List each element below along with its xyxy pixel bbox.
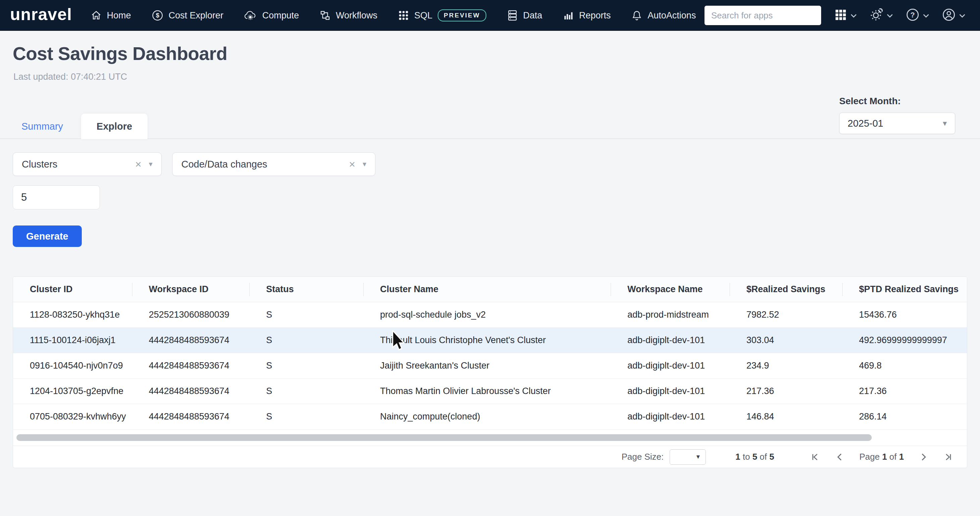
svg-text:?: ?: [910, 11, 915, 19]
last-updated-text: Last updated: 07:40:21 UTC: [13, 72, 980, 82]
clear-icon[interactable]: ×: [135, 159, 142, 170]
manage-tools-menu[interactable]: [869, 8, 893, 23]
nav-item-reports[interactable]: Reports: [563, 10, 611, 21]
search-input[interactable]: [705, 6, 821, 25]
table-row[interactable]: 1204-103705-g2epvfne 4442848488593674 S …: [13, 379, 967, 404]
user-icon: [942, 8, 956, 23]
sql-grid-icon: [398, 10, 409, 21]
dimension-select[interactable]: Clusters × ▾: [13, 152, 162, 176]
chevron-down-icon: [959, 12, 965, 19]
row-count-input[interactable]: [13, 185, 100, 210]
horizontal-scrollbar: [13, 430, 967, 446]
preview-badge: PREVIEW: [438, 10, 486, 21]
nav-items: Home $ Cost Explorer Compute Workflows S…: [91, 10, 696, 21]
insight-type-select[interactable]: Code/Data changes × ▾: [172, 152, 375, 176]
results-table: Cluster ID Workspace ID Status Cluster N…: [13, 276, 967, 468]
caret-down-icon: ▾: [943, 119, 947, 128]
table-header-row: Cluster ID Workspace ID Status Cluster N…: [13, 277, 967, 302]
scrollbar-thumb[interactable]: [16, 434, 872, 441]
table-row[interactable]: 1128-083250-ykhq31e 2525213060880039 S p…: [13, 302, 967, 328]
nav-item-cost-explorer[interactable]: $ Cost Explorer: [152, 10, 224, 21]
first-page-icon[interactable]: [811, 452, 819, 461]
top-nav-bar: unravel Home $ Cost Explorer Compute Wor…: [0, 0, 980, 31]
nav-item-home[interactable]: Home: [91, 10, 131, 21]
last-page-icon[interactable]: [944, 452, 952, 461]
insight-type-select-value: Code/Data changes: [181, 159, 267, 170]
page-title: Cost Savings Dashboard: [13, 43, 980, 64]
column-header: Workspace Name: [611, 277, 730, 302]
pager-controls: Page 1 of 1: [811, 452, 952, 462]
chevron-down-icon: [923, 12, 929, 19]
column-header: Workspace ID: [132, 277, 249, 302]
month-selector-label: Select Month:: [839, 96, 955, 106]
tab-summary[interactable]: Summary: [21, 114, 81, 138]
column-header: Cluster ID: [13, 277, 132, 302]
row-range-text: 1 to 5 of 5: [735, 452, 774, 462]
gear-wrench-icon: [869, 8, 883, 23]
month-selector-block: Select Month: 2025-01 ▾: [839, 96, 955, 134]
nav-item-compute[interactable]: Compute: [244, 10, 299, 21]
month-select-value: 2025-01: [848, 118, 883, 129]
bell-icon: [632, 10, 642, 21]
table-row[interactable]: 0705-080329-kvhwh6yy 4442848488593674 S …: [13, 404, 967, 430]
nav-right-controls: ?: [705, 6, 980, 25]
workflow-icon: [320, 10, 331, 21]
page-size-label: Page Size:: [622, 452, 664, 462]
page-indicator-text: Page 1 of 1: [859, 452, 904, 462]
caret-down-icon[interactable]: ▾: [149, 160, 153, 168]
column-header: Status: [249, 277, 363, 302]
tab-explore[interactable]: Explore: [81, 114, 148, 139]
table-row[interactable]: 1115-100124-i06jaxj1 4442848488593674 S …: [13, 328, 967, 353]
apps-grid-menu[interactable]: [834, 8, 857, 23]
apps-grid-icon: [834, 8, 847, 23]
nav-item-workflows[interactable]: Workflows: [320, 10, 377, 21]
next-page-icon[interactable]: [921, 452, 928, 461]
help-menu[interactable]: ?: [905, 8, 929, 23]
nav-item-sql[interactable]: SQL PREVIEW: [398, 10, 486, 21]
nav-item-data[interactable]: Data: [507, 10, 542, 21]
home-icon: [91, 10, 102, 21]
month-select-dropdown[interactable]: 2025-01 ▾: [839, 113, 955, 134]
unravel-logo[interactable]: unravel: [0, 5, 86, 26]
nav-item-autoactions[interactable]: AutoActions: [632, 10, 696, 21]
chevron-down-icon: [851, 12, 857, 19]
column-header: $Realized Savings: [730, 277, 842, 302]
table-row[interactable]: 0916-104540-njv0n7o9 4442848488593674 S …: [13, 353, 967, 379]
bar-chart-icon: [563, 10, 574, 21]
prev-page-icon[interactable]: [836, 452, 843, 461]
dollar-circle-icon: $: [152, 10, 163, 21]
filter-row: Clusters × ▾ Code/Data changes × ▾: [13, 152, 980, 176]
generate-button[interactable]: Generate: [13, 225, 82, 247]
cloud-compute-icon: [244, 10, 257, 21]
pagination-bar: Page Size: ▼ 1 to 5 of 5 Page 1 of 1: [13, 446, 967, 468]
page-size-select[interactable]: ▼: [670, 449, 706, 465]
user-menu[interactable]: [942, 8, 965, 23]
clear-icon[interactable]: ×: [349, 159, 355, 170]
dimension-select-value: Clusters: [22, 159, 57, 170]
database-icon: [507, 10, 518, 21]
help-icon: ?: [905, 8, 920, 23]
svg-text:$: $: [156, 12, 159, 19]
column-header: Cluster Name: [363, 277, 611, 302]
chevron-down-icon: [887, 12, 893, 19]
column-header: $PTD Realized Savings: [842, 277, 967, 302]
caret-down-icon[interactable]: ▾: [363, 160, 366, 168]
caret-down-icon: ▼: [695, 454, 701, 460]
tab-bar: Summary Explore: [0, 114, 980, 139]
